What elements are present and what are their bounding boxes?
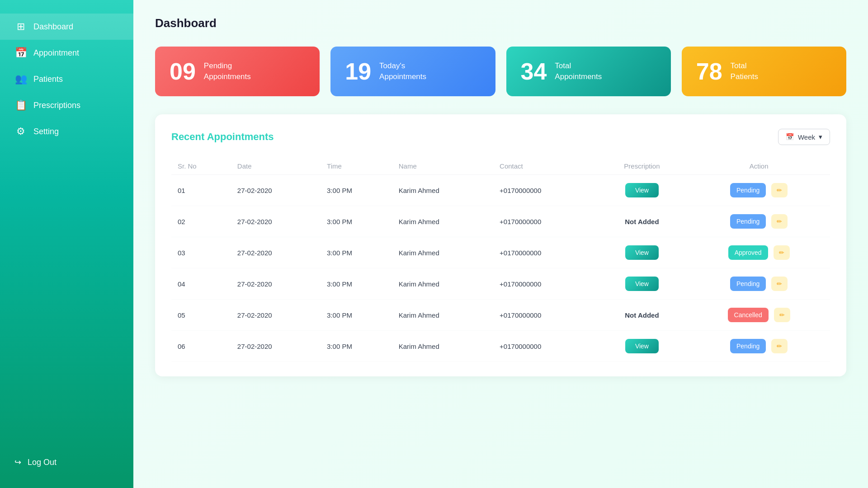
cell-srno: 05 [171,300,231,331]
prescriptions-icon: 📋 [14,99,27,111]
action-cell: Approved ✏ [694,245,824,260]
table-row: 03 27-02-2020 3:00 PM Karim Ahmed +01700… [171,237,830,268]
col-name: Name [392,158,493,175]
cell-contact: +0170000000 [493,237,596,268]
cell-time: 3:00 PM [321,175,392,206]
edit-button[interactable]: ✏ [774,308,790,322]
cell-action: Pending ✏ [688,206,830,237]
cell-prescription: View [596,237,688,268]
today-number: 19 [345,60,371,83]
sidebar-label-dashboard: Dashboard [33,22,73,32]
appointments-table: Sr. No Date Time Name Contact Prescripti… [171,158,830,362]
total-patients-label: TotalPatients [731,61,758,82]
pending-label: PendingAppointments [204,61,251,82]
today-label: Today'sAppointments [379,61,426,82]
cell-date: 27-02-2020 [231,237,321,268]
cell-srno: 01 [171,175,231,206]
appointments-header: Recent Appointments 📅 Week ▾ [171,129,830,145]
sidebar-item-prescriptions[interactable]: 📋 Prescriptions [0,92,133,118]
edit-button[interactable]: ✏ [771,277,788,291]
cell-date: 27-02-2020 [231,300,321,331]
edit-button[interactable]: ✏ [771,214,788,229]
view-prescription-button[interactable]: View [625,183,659,197]
stat-cards: 09 PendingAppointments 19 Today'sAppoint… [155,47,846,96]
calendar-icon: 📅 [786,133,794,141]
logout-icon: ↪ [14,457,21,467]
cell-name: Karim Ahmed [392,268,493,300]
not-added-label: Not Added [625,311,659,319]
cell-date: 27-02-2020 [231,206,321,237]
main-content: Dashboard 09 PendingAppointments 19 Toda… [133,0,868,488]
not-added-label: Not Added [625,218,659,225]
edit-button[interactable]: ✏ [774,245,790,260]
cell-time: 3:00 PM [321,300,392,331]
sidebar-label-prescriptions: Prescriptions [33,101,80,110]
col-contact: Contact [493,158,596,175]
action-cell: Pending ✏ [694,183,824,197]
table-row: 06 27-02-2020 3:00 PM Karim Ahmed +01700… [171,331,830,362]
col-prescription: Prescription [596,158,688,175]
total-patients-number: 78 [696,60,722,83]
cell-contact: +0170000000 [493,300,596,331]
cell-srno: 06 [171,331,231,362]
stat-card-pending: 09 PendingAppointments [155,47,320,96]
cell-time: 3:00 PM [321,237,392,268]
col-date: Date [231,158,321,175]
stat-card-today: 19 Today'sAppointments [330,47,495,96]
table-row: 05 27-02-2020 3:00 PM Karim Ahmed +01700… [171,300,830,331]
cell-time: 3:00 PM [321,206,392,237]
sidebar-item-setting[interactable]: ⚙ Setting [0,118,133,145]
action-cell: Cancelled ✏ [694,308,824,322]
logout-label: Log Out [28,458,57,467]
view-prescription-button[interactable]: View [625,277,659,291]
cell-action: Pending ✏ [688,175,830,206]
appointment-icon: 📅 [14,47,27,59]
cell-name: Karim Ahmed [392,175,493,206]
cell-action: Approved ✏ [688,237,830,268]
week-filter-button[interactable]: 📅 Week ▾ [778,129,830,145]
view-prescription-button[interactable]: View [625,245,659,260]
cell-name: Karim Ahmed [392,237,493,268]
table-header-row: Sr. No Date Time Name Contact Prescripti… [171,158,830,175]
cell-prescription: Not Added [596,300,688,331]
cell-prescription: View [596,268,688,300]
status-badge: Pending [730,214,766,229]
sidebar-item-dashboard[interactable]: ⊞ Dashboard [0,14,133,40]
setting-icon: ⚙ [14,126,27,137]
col-srno: Sr. No [171,158,231,175]
edit-button[interactable]: ✏ [771,339,788,353]
cell-date: 27-02-2020 [231,268,321,300]
stat-card-total-appt: 34 TotalAppointments [506,47,671,96]
patients-icon: 👥 [14,73,27,85]
cell-srno: 03 [171,237,231,268]
cell-date: 27-02-2020 [231,175,321,206]
logout-button[interactable]: ↪ Log Out [0,450,133,474]
cell-contact: +0170000000 [493,268,596,300]
cell-name: Karim Ahmed [392,331,493,362]
sidebar-item-appointment[interactable]: 📅 Appointment [0,40,133,66]
stat-card-total-patients: 78 TotalPatients [682,47,846,96]
week-filter-label: Week [798,133,815,141]
cell-prescription: View [596,331,688,362]
table-row: 02 27-02-2020 3:00 PM Karim Ahmed +01700… [171,206,830,237]
dashboard-icon: ⊞ [14,21,27,33]
action-cell: Pending ✏ [694,214,824,229]
sidebar-label-patients: Patients [33,75,63,84]
page-title: Dashboard [155,16,846,30]
col-time: Time [321,158,392,175]
cell-action: Cancelled ✏ [688,300,830,331]
cell-time: 3:00 PM [321,331,392,362]
table-row: 04 27-02-2020 3:00 PM Karim Ahmed +01700… [171,268,830,300]
status-badge: Pending [730,277,766,291]
appointments-card: Recent Appointments 📅 Week ▾ Sr. No Date… [155,114,846,376]
sidebar-item-patients[interactable]: 👥 Patients [0,66,133,92]
status-badge: Pending [730,339,766,353]
view-prescription-button[interactable]: View [625,339,659,353]
edit-button[interactable]: ✏ [771,183,788,197]
status-badge: Cancelled [728,308,769,322]
cell-srno: 02 [171,206,231,237]
status-badge: Approved [728,245,768,260]
appointments-title: Recent Appointments [171,131,274,143]
col-action: Action [688,158,830,175]
cell-name: Karim Ahmed [392,206,493,237]
